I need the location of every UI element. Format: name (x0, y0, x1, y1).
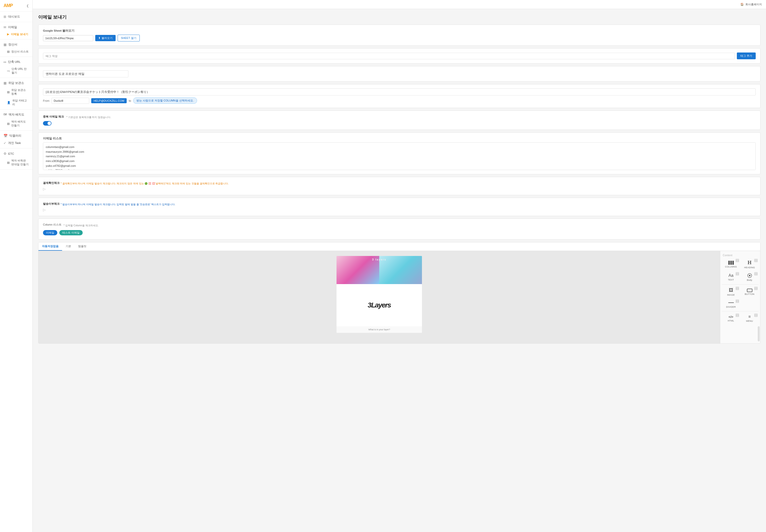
sidebar-item-calendar[interactable]: 📅 딕캘러리 (0, 132, 32, 139)
send-check-icon-row: ▷ (43, 208, 756, 212)
tag-card: 태그 추가 (38, 48, 760, 64)
from-row: From HELP@DUCKZILL.COM to 받는 사람으로 저장할 CO… (43, 97, 756, 104)
image-label: IMAGE (727, 294, 735, 296)
sidebar-item-label: 액자 배치도 (9, 113, 24, 117)
from-email-badge: HELP@DUCKZILL.COM (91, 98, 127, 103)
sidebar-sub-label: 위답 카테고리 (12, 99, 29, 106)
send-check-note: * 발송이부부터 하나씩 이메일 발송이 체크됩니다. 입력된 발에 발을 줄 … (61, 203, 175, 206)
panel-item-heading[interactable]: ⋮⋮ H HEADING (740, 258, 759, 271)
email-editor-container: 자동저장없음 기본 템플릿 3Layers (38, 242, 760, 344)
load-btn-label: 불러오기 (101, 36, 113, 40)
result-check-card: 결제확인체크 * 결제확인부터 하나씩 이메일 발송이 체크됩니다. 체크되지 … (38, 177, 760, 195)
image-badge: ⋮⋮ (736, 287, 739, 290)
panel-grid-3: ⋮⋮ </> HTML ⋮⋮ ≡ MENU (720, 312, 760, 324)
divider-badge: ⋮⋮ (736, 299, 739, 303)
email-preview: 3Layers 3 layers What is in your layer? (38, 251, 720, 343)
preview-image: 3Layers 3 layers (336, 256, 422, 326)
from-label: From (43, 99, 49, 102)
heading-badge: ⋮⋮ (754, 259, 758, 262)
sidebar-sub-label: 엑자 바둑판 번대일 만들기 (11, 159, 29, 166)
menu-badge: ⋮⋮ (754, 313, 758, 317)
email-list-label: 이메일 리스트 (43, 137, 756, 140)
sidebar-item-roadmap-make[interactable]: ▤ 액자 배치도 만들기 (0, 118, 32, 129)
editor-right-panel: Content ⋮⋮ COLUMNS (720, 251, 760, 343)
sidebar-item-invoice-list[interactable]: ▤ 정산서 리스트 (0, 48, 32, 55)
sidebar-item-email[interactable]: ✉ 이메일 (0, 24, 32, 31)
sidebar-item-widap[interactable]: ▦ 위답 보관소 (0, 79, 32, 87)
tab-template[interactable]: 템플릿 (75, 242, 90, 251)
email-name-input[interactable] (43, 70, 128, 77)
duplicate-toggle[interactable] (43, 121, 51, 126)
sidebar-item-email-send[interactable]: ▶ 이메일 보내기 (0, 31, 32, 38)
to-label: to (129, 99, 131, 102)
column-list-card: Column 리스트 * 입력할 Column을 체크하세요. 이메일 테스트 … (38, 219, 760, 240)
email-item: columntwo@gmail.com (46, 145, 753, 149)
duplicate-check-title: 중복 이메일 체크 (43, 115, 64, 119)
panel-item-divider[interactable]: ⋮⋮ DIVIDER (722, 298, 740, 310)
sheet-input[interactable] (43, 35, 93, 41)
email-list-box[interactable]: columntwo@gmail.com maumauryon.3986@gmai… (43, 142, 756, 170)
load-icon: ⬆ (98, 36, 100, 40)
sidebar-section-invoice: ▦ 정산서 ▤ 정산서 리스트 (0, 39, 32, 57)
sidebar-sub-label: 이메일 보내기 (11, 32, 28, 36)
heading-label: HEADING (744, 266, 755, 269)
sheet-open-btn[interactable]: SHEET 열기 (118, 35, 140, 41)
sidebar-item-shorturl-make[interactable]: cq 단축 URL 만들기 (0, 66, 32, 76)
toggle-row (43, 121, 756, 126)
tag-add-btn[interactable]: 태그 추가 (737, 52, 756, 59)
column-tag-test-email[interactable]: 테스트 이메일 (59, 230, 83, 235)
sidebar-item-widap-cat[interactable]: 👤 위답 카테고리 (0, 97, 32, 108)
image-icon: 🖼 (729, 288, 733, 293)
button-icon (747, 289, 752, 292)
sidebar-section-dashboard: ⊞ 대시보드 (0, 12, 32, 22)
sidebar-item-template-make[interactable]: ▤ 엑자 바둑판 번대일 만들기 (0, 157, 32, 168)
tab-autosave[interactable]: 자동저장없음 (38, 242, 62, 251)
tab-basic[interactable]: 기본 (62, 242, 75, 251)
email-item: mini.s3836@gmail.com (46, 159, 753, 164)
sidebar-item-roadmap[interactable]: 🗺 액자 배치도 (0, 111, 32, 118)
sidebar-item-invoice[interactable]: ▦ 정산서 (0, 41, 32, 48)
sidebar-item-task[interactable]: ✓ 개인 Task (0, 139, 32, 147)
html-icon: </> (729, 315, 733, 319)
sidebar-item-shorturl[interactable]: co 단축 URL (0, 58, 32, 66)
body-badge: ⋮⋮ (754, 272, 758, 276)
panel-item-image[interactable]: ⋮⋮ 🖼 IMAGE (722, 286, 740, 298)
column-list-note: * 입력할 Column을 체크하세요. (64, 224, 98, 227)
subject-input[interactable] (43, 88, 756, 95)
template-make-icon: ▤ (7, 161, 10, 164)
panel-item-text[interactable]: ⋮⋮ Aa TEXT (722, 271, 740, 283)
tag-input[interactable] (43, 53, 735, 59)
topbar: 🏠 회사홈페이지 (33, 0, 766, 9)
column-tag-email[interactable]: 이메일 (43, 230, 57, 235)
columns-badge: ⋮⋮ (736, 259, 739, 262)
load-btn[interactable]: ⬆ 불러오기 (95, 35, 116, 41)
text-icon: Aa (729, 273, 734, 278)
html-badge: ⋮⋮ (736, 313, 739, 317)
result-check-note: * 결제확인부터 하나씩 이메일 발송이 체크됩니다. 체크되지 않은 뒤에 있… (61, 182, 229, 185)
sidebar-section-shorturl: co 단축 URL cq 단축 URL 만들기 (0, 57, 32, 78)
email-name-card (38, 66, 760, 82)
sidebar-item-label: 위답 보관소 (8, 81, 24, 85)
sidebar-item-dashboard[interactable]: ⊞ 대시보드 (0, 13, 32, 20)
sidebar-item-widap-reg[interactable]: ▤ 위답 보관소 등록 (0, 87, 32, 97)
sidebar-item-label: 딕캘러리 (9, 134, 21, 138)
main-area: 🏠 회사홈페이지 이메일 보내기 Google Sheet 불러오기 ⬆ 불러오… (33, 0, 766, 532)
to-column-btn[interactable]: 받는 사람으로 저장할 COLUMN을 선택하세요. (133, 97, 197, 104)
panel-item-columns[interactable]: ⋮⋮ COLUMNS (722, 258, 740, 271)
divider-icon (728, 302, 734, 303)
email-preview-inner: 3Layers 3 layers What is in your layer? (336, 256, 422, 333)
panel-item-html[interactable]: ⋮⋮ </> HTML (722, 312, 740, 324)
topbar-user-label: 회사홈페이지 (745, 3, 762, 6)
email-item: yukitten758@ymail.ne.jp (46, 168, 753, 170)
scrollbar-thumb[interactable] (758, 326, 760, 341)
topbar-icon: 🏠 (740, 3, 744, 6)
columns-label: COLUMNS (725, 265, 737, 268)
widap-icon: ▦ (4, 81, 7, 85)
panel-item-button[interactable]: ⋮⋮ BUTTON (740, 286, 759, 298)
sidebar-item-etc[interactable]: ⚙ ETC (0, 150, 32, 157)
collapse-icon[interactable]: ❮ (26, 4, 29, 8)
roadmap-make-icon: ▤ (7, 122, 10, 125)
panel-item-menu[interactable]: ⋮⋮ ≡ MENU (740, 312, 759, 324)
from-name-input[interactable] (51, 98, 89, 104)
panel-item-body[interactable]: ⋮⋮ Body (740, 271, 759, 283)
